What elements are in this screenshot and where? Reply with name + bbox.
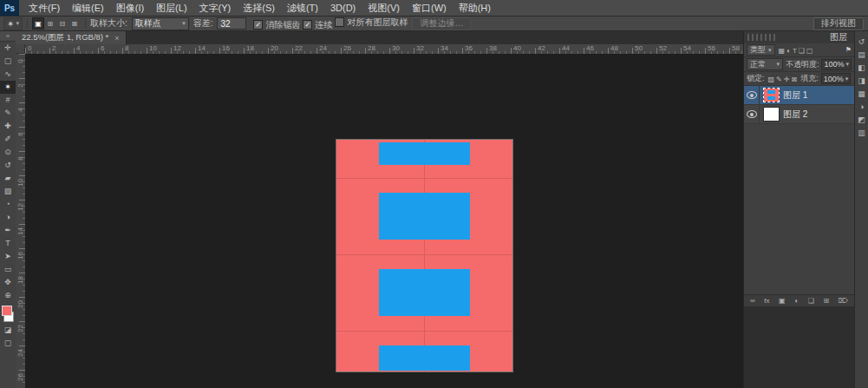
lasso-tool[interactable]: ∿ (0, 68, 16, 81)
filter-type-layers-icon[interactable]: T (792, 47, 798, 55)
link-layers-icon[interactable]: ∞ (750, 297, 755, 305)
menu-item-1[interactable]: 编辑(E) (66, 2, 110, 15)
new-layer-icon[interactable]: ⊞ (823, 297, 829, 305)
brush-tool[interactable]: ✐ (0, 133, 16, 146)
canvas-viewport[interactable] (25, 54, 743, 388)
ruler-label: 18 (16, 274, 24, 286)
zoom-tool[interactable]: ⊕ (0, 289, 16, 302)
visibility-toggle[interactable] (744, 105, 760, 123)
pen-tool[interactable]: ✒ (0, 224, 16, 237)
ruler-origin[interactable] (16, 44, 25, 54)
option-checkbox-2[interactable]: ✓连续 (303, 19, 332, 31)
blur-tool[interactable]: ◔ (0, 198, 16, 211)
filter-type-select[interactable]: 类型 ▾ (747, 44, 775, 56)
color-panel-icon[interactable]: ◨ (855, 75, 868, 88)
properties-panel-icon[interactable]: ▤ (855, 49, 868, 62)
menu-item-9[interactable]: 窗口(W) (406, 2, 453, 15)
unchecked-checkbox-icon[interactable] (335, 17, 344, 27)
channels-panel-icon[interactable]: ▥ (855, 127, 868, 140)
ruler-label: 8 (16, 153, 24, 165)
menu-item-7[interactable]: 3D(D) (324, 3, 362, 13)
marquee-tool[interactable]: ▢ (0, 55, 16, 68)
magic-wand-tool[interactable]: ✶ (0, 81, 16, 94)
gradient-tool[interactable]: ▧ (0, 185, 16, 198)
menu-item-2[interactable]: 图像(I) (110, 2, 150, 15)
layer-row-2[interactable]: 图层 2 (744, 105, 854, 124)
eyedropper-tool[interactable]: ✎ (0, 107, 16, 120)
adjustments-panel-icon[interactable]: ◑ (855, 101, 868, 114)
layer-thumbnail[interactable] (764, 89, 779, 102)
shape-tool[interactable]: ▭ (0, 263, 16, 276)
checked-checkbox-icon[interactable]: ✓ (303, 20, 312, 30)
eraser-tool[interactable]: ▰ (0, 172, 16, 185)
dock-header: 图层 (744, 31, 854, 44)
menu-item-8[interactable]: 视图(V) (362, 2, 406, 15)
document-tab[interactable]: 22.5%(图层 1, RGB/8) * × (16, 31, 127, 44)
dock-grip[interactable] (747, 34, 777, 41)
tab-layers[interactable]: 图层 (830, 31, 851, 43)
menu-item-6[interactable]: 滤镜(T) (281, 2, 324, 15)
blend-mode-select[interactable]: 正常 ▾ (747, 58, 783, 70)
menu-items: 文件(F)编辑(E)图像(I)图层(L)文字(Y)选择(S)滤镜(T)3D(D)… (23, 0, 497, 16)
menu-item-4[interactable]: 文字(Y) (193, 2, 238, 15)
styles-panel-icon[interactable]: ◩ (855, 114, 868, 127)
screen-mode-button[interactable]: ▢ (0, 337, 16, 350)
tolerance-input[interactable]: 32 (217, 17, 246, 30)
filter-toggle-icon[interactable]: ⚑ (845, 46, 852, 54)
new-selection-icon[interactable]: ▣ (32, 17, 44, 30)
checkbox-label: 连续 (315, 19, 332, 31)
type-tool[interactable]: T (0, 237, 16, 250)
option-checkbox-1[interactable]: ✓消除锯齿 (253, 19, 300, 31)
visibility-toggle[interactable] (744, 86, 760, 104)
canvas-area: 0246810121416182022242628303234363840424… (16, 44, 743, 388)
checked-checkbox-icon[interactable]: ✓ (253, 20, 263, 30)
layer-effects-icon[interactable]: fx (764, 297, 769, 305)
foreground-color-swatch[interactable] (2, 306, 12, 316)
crop-tool[interactable]: # (0, 94, 16, 107)
delete-layer-icon[interactable]: ⌦ (839, 297, 848, 305)
menu-item-0[interactable]: 文件(F) (23, 2, 66, 15)
menu-item-10[interactable]: 帮助(H) (453, 2, 497, 15)
filter-smart-objects-icon[interactable]: ▢ (806, 47, 814, 55)
toolbar-collapse-button[interactable]: » (0, 31, 16, 42)
layer-group-icon[interactable]: ❏ (808, 297, 814, 305)
tool-list: ✛▢∿✶#✎✚✐⊙↺▰▧◔◑✒T➤▭✥⊕ (0, 42, 16, 302)
healing-brush-tool[interactable]: ✚ (0, 120, 16, 133)
refine-edge-button[interactable]: 调整边缘… (412, 17, 471, 30)
arrange-view-button[interactable]: 排列视图 (813, 17, 864, 30)
tool-preset-picker[interactable]: ✶ ▾ (3, 17, 23, 30)
blend-mode-value: 正常 (750, 59, 766, 70)
menu-item-3[interactable]: 图层(L) (150, 2, 193, 15)
opacity-value[interactable]: 100% ▾ (821, 59, 852, 70)
lock-transparent-icon[interactable]: ▨ (767, 76, 776, 83)
add-selection-icon[interactable]: ⊞ (44, 17, 56, 30)
info-panel-icon[interactable]: ◧ (855, 62, 868, 75)
adjustment-layer-icon[interactable]: ◐ (794, 297, 799, 305)
lock-all-icon[interactable]: ⊠ (790, 76, 798, 83)
hand-tool[interactable]: ✥ (0, 276, 16, 289)
filter-shape-layers-icon[interactable]: ❏ (798, 47, 806, 55)
history-panel-icon[interactable]: ↺ (855, 36, 868, 49)
quick-mask-button[interactable]: ◪ (0, 324, 16, 337)
option-checkbox-3[interactable]: 对所有图层取样 (335, 16, 408, 29)
history-brush-tool[interactable]: ↺ (0, 159, 16, 172)
layer-row-1[interactable]: 图层 1 (744, 86, 854, 105)
fill-value[interactable]: 100% ▾ (821, 73, 852, 84)
subtract-selection-icon[interactable]: ⊟ (56, 17, 69, 30)
filter-pixel-layers-icon[interactable]: ▦ (778, 47, 786, 55)
clone-stamp-tool[interactable]: ⊙ (0, 146, 16, 159)
filter-adjustment-layers-icon[interactable]: ◐ (786, 47, 792, 55)
close-tab-icon[interactable]: × (114, 34, 119, 43)
path-select-tool[interactable]: ➤ (0, 250, 16, 263)
layer-thumbnail[interactable] (764, 108, 779, 121)
dodge-tool[interactable]: ◑ (0, 211, 16, 224)
ruler-label: 4 (16, 104, 24, 116)
layer-mask-icon[interactable]: ▣ (779, 297, 786, 305)
lock-pixels-icon[interactable]: ✎ (775, 76, 783, 83)
document-canvas[interactable] (336, 140, 512, 372)
intersect-selection-icon[interactable]: ⊠ (69, 17, 81, 30)
menu-item-5[interactable]: 选择(S) (237, 2, 281, 15)
swatches-panel-icon[interactable]: ▦ (855, 88, 868, 101)
move-tool[interactable]: ✛ (0, 42, 16, 55)
sample-size-select[interactable]: 取样点 ▾ (132, 17, 189, 30)
